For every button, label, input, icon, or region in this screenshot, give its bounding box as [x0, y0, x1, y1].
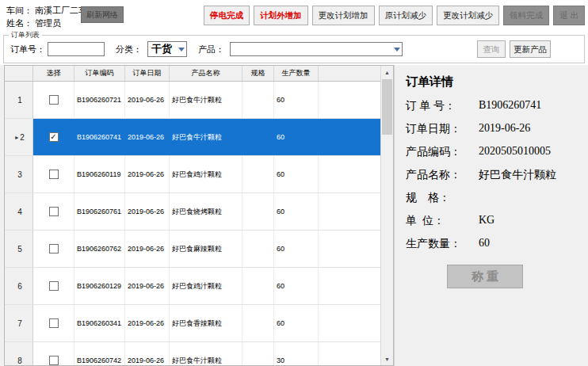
filter-row: 订单号： 分类： 干货 产品： 查询 更新产品	[4, 36, 584, 63]
row-index: 2	[20, 133, 25, 142]
row-number: 3	[5, 156, 33, 193]
row-filler	[319, 119, 380, 155]
row-checkbox[interactable]	[49, 95, 59, 105]
row-checkbox[interactable]	[49, 356, 59, 365]
product-label: 产品：	[198, 44, 224, 55]
row-number: 4	[5, 193, 33, 230]
column-header-3[interactable]: 产品名称	[170, 66, 242, 81]
order-code-cell: B1906260721	[74, 82, 125, 118]
order-no-label: 订单号：	[10, 44, 45, 55]
column-header-1[interactable]: 订单编码	[74, 66, 125, 81]
spec-cell	[242, 305, 274, 341]
order-code-cell: B1906260129	[74, 268, 125, 304]
refresh-network-button[interactable]: 刷新网络	[81, 6, 124, 23]
update-product-button[interactable]: 更新产品	[510, 40, 551, 58]
column-header-5[interactable]: 生产数量	[274, 66, 319, 81]
column-header-2[interactable]: 订单日期	[125, 66, 170, 81]
table-row[interactable]: 7B19062603412019-06-26好巴食香辣颗粒60	[5, 305, 380, 342]
spec-cell	[242, 342, 274, 365]
row-checkbox[interactable]: ✓	[49, 132, 59, 142]
row-filler	[319, 342, 380, 365]
top-action-button-2[interactable]: 更改计划增加	[312, 6, 375, 25]
row-checkbox[interactable]	[49, 281, 59, 291]
spec-cell	[242, 268, 274, 304]
order-date-cell: 2019-06-26	[125, 305, 170, 341]
row-index: 3	[17, 170, 22, 179]
product-name-cell: 好巴食牛汁颗粒	[170, 119, 242, 155]
chevron-down-icon	[394, 48, 400, 51]
table-header: 选择订单编码订单日期产品名称规格生产数量	[5, 66, 380, 82]
table-row[interactable]: 5B19062607622019-06-26好巴食麻辣颗粒60	[5, 231, 380, 268]
quantity-cell: 60	[274, 119, 319, 155]
row-checkbox[interactable]	[49, 318, 59, 328]
user-line: 姓名： 管理员	[6, 17, 61, 29]
row-number: 8	[5, 342, 33, 365]
order-code-cell: B1906260762	[74, 231, 125, 267]
detail-field-value: B1906260741	[479, 99, 541, 113]
select-cell	[33, 82, 74, 118]
detail-field-value: 60	[479, 237, 490, 251]
scrollbar-thumb[interactable]	[382, 79, 392, 135]
detail-field-label: 生产数量：	[406, 237, 479, 251]
vertical-scrollbar[interactable]: ▲ ▼	[380, 66, 393, 365]
product-dropdown[interactable]	[230, 42, 403, 56]
order-list-groupbox: 订单列表 订单号： 分类： 干货 产品： 查询 更新产品	[3, 35, 585, 63]
top-bar: 车间： 南溪工厂二车间 姓名： 管理员 刷新网络 停电完成计划外增加更改计划增加…	[0, 0, 588, 65]
order-date-cell: 2019-06-26	[125, 156, 170, 193]
column-header-4[interactable]: 规格	[242, 66, 274, 81]
column-header-0[interactable]: 选择	[33, 66, 74, 81]
quantity-cell: 30	[274, 342, 319, 365]
row-checkbox[interactable]	[49, 207, 59, 216]
quantity-cell: 60	[274, 305, 319, 341]
user-label: 姓名：	[6, 18, 32, 28]
category-dropdown[interactable]: 干货	[147, 41, 187, 57]
scroll-down-icon[interactable]: ▼	[381, 353, 393, 365]
table-row[interactable]: ▸2✓B19062607412019-06-26好巴食牛汁颗粒60	[5, 119, 380, 156]
order-code-cell: B1906260741	[74, 119, 125, 155]
row-index: 5	[17, 245, 22, 254]
table-row[interactable]: 4B19062607612019-06-26好巴食烧烤颗粒60	[5, 193, 380, 231]
weigh-button[interactable]: 称 重	[447, 265, 523, 288]
select-cell	[33, 156, 74, 193]
table-row[interactable]: 6B19062601292019-06-26好巴食鸡汁颗粒60	[5, 268, 380, 305]
row-checkbox[interactable]	[49, 244, 59, 254]
row-checkbox[interactable]	[49, 170, 59, 179]
spec-cell	[242, 82, 274, 118]
detail-field-label: 产品编码：	[406, 145, 479, 159]
workshop-label: 车间：	[6, 6, 32, 15]
detail-field: 订 单 号：B1906260741	[406, 99, 588, 113]
table-row[interactable]: 1B19062607212019-06-26好巴食牛汁颗粒60	[5, 82, 380, 119]
row-number: 5	[5, 231, 33, 267]
order-date-cell: 2019-06-26	[125, 231, 170, 267]
order-date-cell: 2019-06-26	[125, 82, 170, 118]
table-row[interactable]: 3B19062601192019-06-26好巴食鸡汁颗粒60	[5, 156, 380, 193]
detail-field: 产品编码：2020505010005	[406, 145, 588, 159]
top-action-button-6: 退 出	[553, 6, 585, 25]
scroll-up-icon[interactable]: ▲	[381, 66, 393, 78]
top-action-button-0[interactable]: 停电完成	[204, 6, 250, 25]
current-row-icon: ▸	[15, 134, 18, 141]
query-button[interactable]: 查询	[477, 40, 506, 58]
order-no-input[interactable]	[48, 42, 105, 56]
select-cell	[33, 268, 74, 304]
row-number: ▸2	[5, 119, 33, 155]
row-index: 8	[17, 356, 22, 365]
spec-cell	[242, 193, 274, 230]
top-action-button-4[interactable]: 更改计划减少	[437, 6, 499, 25]
order-date-cell: 2019-06-26	[125, 193, 170, 230]
table-row[interactable]: 8B19062607422019-06-26好巴食牛汁颗粒30	[5, 342, 380, 365]
row-number: 6	[5, 268, 33, 304]
top-action-button-1[interactable]: 计划外增加	[254, 6, 308, 25]
order-code-cell: B1906260761	[74, 193, 125, 230]
top-action-button-3[interactable]: 原计划减少	[379, 6, 433, 25]
product-name-cell: 好巴食牛汁颗粒	[170, 82, 242, 118]
product-name-cell: 好巴食鸡汁颗粒	[170, 268, 242, 304]
spec-cell	[242, 231, 274, 267]
detail-field-label: 单 位：	[406, 214, 479, 228]
order-date-cell: 2019-06-26	[125, 342, 170, 365]
detail-field-value: 好巴食牛汁颗粒	[479, 168, 556, 182]
product-name-cell: 好巴食麻辣颗粒	[170, 231, 242, 267]
row-filler	[319, 268, 380, 304]
product-name-cell: 好巴食鸡汁颗粒	[170, 156, 242, 193]
quantity-cell: 60	[274, 156, 319, 193]
